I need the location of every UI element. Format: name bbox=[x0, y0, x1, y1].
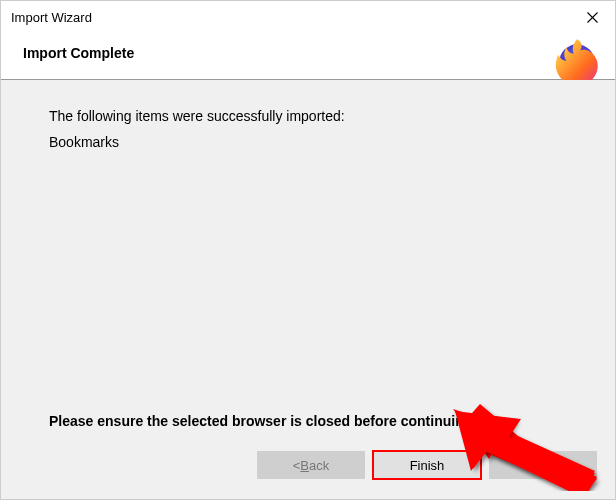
close-button[interactable] bbox=[569, 1, 615, 33]
cancel-button: Cancel bbox=[489, 451, 597, 479]
browser-close-warning: Please ensure the selected browser is cl… bbox=[49, 413, 476, 429]
close-icon bbox=[587, 12, 598, 23]
page-title: Import Complete bbox=[23, 45, 134, 61]
finish-label: Finish bbox=[410, 458, 445, 473]
titlebar: Import Wizard bbox=[1, 1, 615, 33]
wizard-content: The following items were successfully im… bbox=[1, 80, 615, 499]
window-title: Import Wizard bbox=[11, 10, 92, 25]
import-success-message: The following items were successfully im… bbox=[49, 108, 567, 124]
imported-item-bookmarks: Bookmarks bbox=[49, 134, 567, 150]
back-prefix: < bbox=[293, 458, 301, 473]
button-row: < Back Finish Cancel bbox=[257, 451, 597, 479]
cancel-label: Cancel bbox=[523, 458, 563, 473]
back-rest: ack bbox=[309, 458, 329, 473]
import-wizard-window: Import Wizard Import Complete bbox=[0, 0, 616, 500]
wizard-header: Import Complete bbox=[1, 33, 615, 79]
back-mnemonic: B bbox=[300, 458, 309, 473]
back-button: < Back bbox=[257, 451, 365, 479]
finish-button[interactable]: Finish bbox=[373, 451, 481, 479]
